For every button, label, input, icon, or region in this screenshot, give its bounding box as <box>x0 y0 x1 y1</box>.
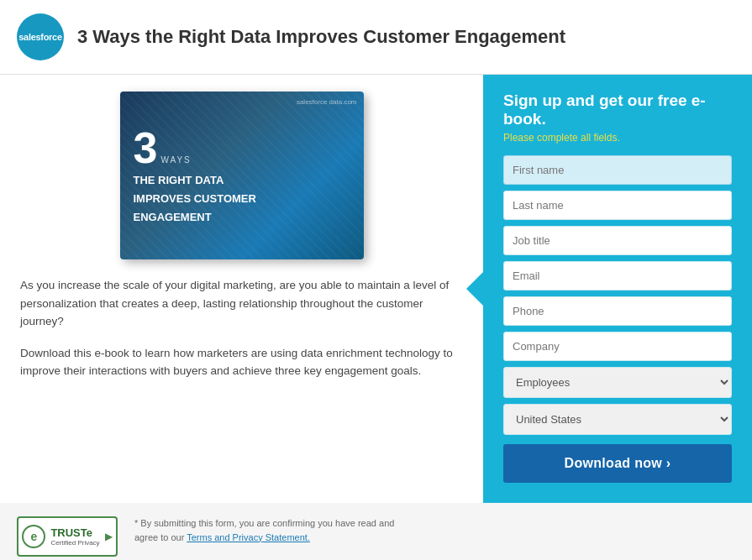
salesforce-logo: salesforce <box>17 13 64 60</box>
book-line3: ENGAGEMENT <box>134 210 350 225</box>
header: salesforce 3 Ways the Right Data Improve… <box>0 0 752 75</box>
trust-badges: e TRUSTe Certified Privacy ▶ ✓ Norton SE… <box>17 516 118 560</box>
trust-disclaimer: * By submitting this form, you are confi… <box>134 516 420 544</box>
right-panel: Sign up and get our free e-book. Please … <box>483 75 752 503</box>
truste-badge: e TRUSTe Certified Privacy ▶ <box>17 516 118 557</box>
book-cover: 3 WAYS THE RIGHT DATA IMPROVES CUSTOMER … <box>120 92 364 259</box>
body-text-1: As you increase the scale of your digita… <box>20 276 463 331</box>
body-text-2: Download this e-book to learn how market… <box>20 344 463 380</box>
main-content: 3 WAYS THE RIGHT DATA IMPROVES CUSTOMER … <box>0 75 752 503</box>
truste-text: TRUSTe Certified Privacy <box>50 526 99 547</box>
page-title: 3 Ways the Right Data Improves Customer … <box>77 25 565 50</box>
email-input[interactable] <box>503 261 732 290</box>
privacy-link[interactable]: Terms and Privacy Statement. <box>187 532 310 542</box>
book-line2: IMPROVES CUSTOMER <box>134 191 350 207</box>
last-name-input[interactable] <box>503 191 732 220</box>
form-subtitle: Please complete all fields. <box>503 132 732 144</box>
book-number: 3 <box>134 126 158 170</box>
book-cover-content: 3 WAYS THE RIGHT DATA IMPROVES CUSTOMER … <box>120 113 364 239</box>
book-ways: WAYS <box>160 155 191 165</box>
country-select[interactable]: United States Canada United Kingdom Aust… <box>503 404 732 435</box>
left-panel: 3 WAYS THE RIGHT DATA IMPROVES CUSTOMER … <box>0 75 483 503</box>
truste-icon: e <box>22 525 45 548</box>
truste-arrow-icon: ▶ <box>105 531 113 542</box>
download-button[interactable]: Download now › <box>503 444 732 483</box>
logo-text: salesforce <box>18 32 61 42</box>
book-brand: salesforce data.com <box>297 98 357 106</box>
trust-section: e TRUSTe Certified Privacy ▶ ✓ Norton SE… <box>0 503 752 560</box>
truste-name: TRUSTe <box>50 526 92 539</box>
book-line1: THE RIGHT DATA <box>134 173 350 188</box>
phone-input[interactable] <box>503 296 732 326</box>
first-name-input[interactable] <box>503 155 732 185</box>
company-input[interactable] <box>503 332 732 361</box>
form-title: Sign up and get our free e-book. <box>503 92 732 128</box>
employees-select[interactable]: Employees 1-10 11-50 51-200 201-1000 100… <box>503 367 732 398</box>
job-title-input[interactable] <box>503 226 732 255</box>
truste-sub: Certified Privacy <box>50 539 99 547</box>
